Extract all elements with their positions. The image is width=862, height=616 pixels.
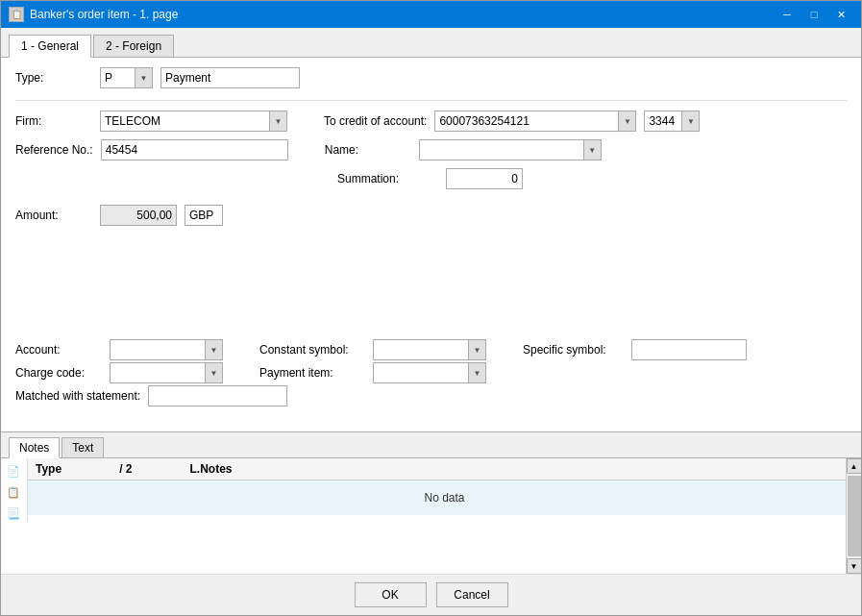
firm-label: Firm: xyxy=(15,114,92,128)
summation-row: Summation: xyxy=(15,168,847,189)
amount-label: Amount: xyxy=(15,209,92,222)
charge-code-select-wrapper[interactable]: ▼ xyxy=(110,362,223,383)
charge-code-select[interactable] xyxy=(111,363,222,382)
close-button[interactable]: ✕ xyxy=(828,6,853,23)
tab-notes[interactable]: Notes xyxy=(9,437,60,458)
reference-input[interactable] xyxy=(101,139,288,160)
to-credit-label: To credit of account: xyxy=(324,114,427,128)
account-select-wrapper[interactable]: ▼ xyxy=(110,339,223,360)
constant-symbol-select-wrapper[interactable]: ▼ xyxy=(373,339,486,360)
main-tabs: 1 - General 2 - Foreign xyxy=(1,28,861,58)
form-area: Type: P ▼ Payment Firm: TELECOM ▼ xyxy=(1,58,861,431)
constant-symbol-label: Constant symbol: xyxy=(259,343,365,357)
type-select-wrapper[interactable]: P ▼ xyxy=(100,67,153,88)
type-select[interactable]: P xyxy=(101,68,152,87)
title-bar-controls: ─ □ ✕ xyxy=(775,6,853,23)
firm-credit-row: Firm: TELECOM ▼ To credit of account: 60… xyxy=(15,111,847,132)
notes-table-header: Type / 2 L.Notes xyxy=(28,458,861,480)
cancel-button[interactable]: Cancel xyxy=(436,582,508,607)
notes-tabs: Notes Text xyxy=(1,432,861,458)
ok-button[interactable]: OK xyxy=(355,582,427,607)
type-description-input[interactable]: Payment xyxy=(160,67,300,88)
title-bar: 📋 Banker's order item - 1. page ─ □ ✕ xyxy=(1,1,861,28)
specific-symbol-input[interactable] xyxy=(631,339,747,360)
specific-symbol-label: Specific symbol: xyxy=(523,343,624,357)
window-icon: 📋 xyxy=(9,7,24,22)
col-sep: / 2 xyxy=(119,462,132,476)
reference-label: Reference No.: xyxy=(15,143,93,157)
vertical-scrollbar[interactable]: ▲ ▼ xyxy=(846,458,861,574)
main-window: 📋 Banker's order item - 1. page ─ □ ✕ 1 … xyxy=(0,0,862,616)
content-area: 1 - General 2 - Foreign Type: P ▼ Paymen… xyxy=(1,28,861,615)
notes-content: 📄 📋 📃 Type / 2 L.Notes No data xyxy=(1,458,861,574)
maximize-button[interactable]: □ xyxy=(801,6,826,23)
tab-general[interactable]: 1 - General xyxy=(9,35,91,58)
spacer xyxy=(15,234,847,333)
payment-item-label: Payment item: xyxy=(259,366,365,380)
notes-icons-col: 📄 📋 📃 xyxy=(1,458,28,522)
minimize-button[interactable]: ─ xyxy=(775,6,800,23)
matched-input[interactable] xyxy=(148,385,287,407)
scroll-down-arrow[interactable]: ▼ xyxy=(847,558,862,574)
reference-name-row: Reference No.: Name: ▼ xyxy=(15,139,847,160)
notes-edit-icon[interactable]: 📋 xyxy=(5,483,22,501)
notes-row: 📄 📋 📃 Type / 2 L.Notes No data xyxy=(1,458,861,522)
currency-input[interactable] xyxy=(185,205,223,226)
amount-row: Amount: xyxy=(15,205,847,226)
symbols-section: Account: ▼ Constant symbol: ▼ xyxy=(15,339,847,408)
to-credit-suffix-wrapper[interactable]: 3344 ▼ xyxy=(644,111,700,132)
account-constant-specific-row: Account: ▼ Constant symbol: ▼ xyxy=(15,339,847,360)
account-label: Account: xyxy=(15,343,102,357)
col-notes: L.Notes xyxy=(189,462,232,476)
name-select[interactable] xyxy=(420,140,601,160)
footer: OK Cancel xyxy=(1,574,861,615)
type-row: Type: P ▼ Payment xyxy=(15,67,847,88)
notes-delete-icon[interactable]: 📃 xyxy=(5,505,22,522)
col-type: Type xyxy=(36,462,62,476)
notes-section: Notes Text 📄 📋 📃 Type / 2 xyxy=(1,431,861,574)
firm-select-wrapper[interactable]: TELECOM ▼ xyxy=(100,111,287,132)
amount-input[interactable] xyxy=(100,205,177,226)
no-data-label: No data xyxy=(424,491,464,505)
firm-select[interactable]: TELECOM xyxy=(101,111,286,131)
to-credit-select[interactable]: 60007363254121 xyxy=(435,111,635,131)
constant-symbol-select[interactable] xyxy=(374,340,485,359)
tab-foreign[interactable]: 2 - Foreign xyxy=(93,35,174,58)
matched-label: Matched with statement: xyxy=(15,389,140,403)
notes-main-col: Type / 2 L.Notes No data xyxy=(28,458,861,522)
summation-label: Summation: xyxy=(337,172,414,185)
payment-item-select[interactable] xyxy=(374,363,485,382)
account-select[interactable] xyxy=(111,340,222,359)
matched-row: Matched with statement: xyxy=(15,385,847,407)
charge-payment-row: Charge code: ▼ Payment item: ▼ xyxy=(15,362,847,383)
payment-item-select-wrapper[interactable]: ▼ xyxy=(373,362,486,383)
scroll-up-arrow[interactable]: ▲ xyxy=(847,458,862,474)
window-title: Banker's order item - 1. page xyxy=(30,8,178,21)
notes-grid-body: No data xyxy=(28,480,861,515)
to-credit-select-wrapper[interactable]: 60007363254121 ▼ xyxy=(434,111,636,132)
to-credit-suffix-select[interactable]: 3344 xyxy=(645,111,699,131)
spacer-2 xyxy=(15,414,847,422)
title-bar-left: 📋 Banker's order item - 1. page xyxy=(9,7,178,22)
name-label: Name: xyxy=(325,143,363,157)
summation-input[interactable] xyxy=(446,168,523,189)
charge-code-label: Charge code: xyxy=(15,366,102,380)
scroll-thumb[interactable] xyxy=(848,476,861,556)
notes-add-icon[interactable]: 📄 xyxy=(5,462,22,480)
divider-1 xyxy=(15,100,847,101)
type-label: Type: xyxy=(15,71,92,85)
tab-text[interactable]: Text xyxy=(62,437,104,458)
name-select-wrapper[interactable]: ▼ xyxy=(419,139,602,160)
